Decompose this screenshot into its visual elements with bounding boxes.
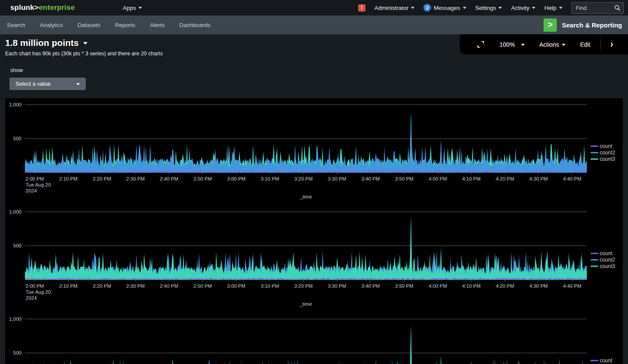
toolbar-divider <box>600 39 601 51</box>
svg-text:4:10 PM: 4:10 PM <box>462 283 480 289</box>
messages-menu[interactable]: 2 Messages <box>423 4 466 12</box>
user-menu[interactable]: Administrator <box>374 5 415 11</box>
settings-menu[interactable]: Settings <box>475 5 502 11</box>
svg-text:2:50 PM: 2:50 PM <box>193 176 212 181</box>
apps-label: Apps <box>123 5 136 11</box>
svg-text:4:30 PM: 4:30 PM <box>529 176 548 181</box>
svg-text:count2: count2 <box>600 257 615 263</box>
tab-reports[interactable]: Reports <box>115 22 135 28</box>
svg-text:4:00 PM: 4:00 PM <box>429 283 447 289</box>
brand-gt: > <box>34 3 39 12</box>
dashboard-title-menu[interactable]: 1.8 million points <box>5 38 163 48</box>
dashboard-header: 1.8 million points Each chart has 90k pt… <box>5 38 163 57</box>
page-subtitle: Each chart has 90k pts (30k pts * 3 seri… <box>5 51 163 57</box>
svg-text:3:40 PM: 3:40 PM <box>362 283 380 289</box>
collapse-panel-button[interactable]: › <box>603 39 620 51</box>
activity-label: Activity <box>511 5 529 11</box>
show-select-dropdown[interactable]: Select a value <box>9 78 86 90</box>
svg-text:3:10 PM: 3:10 PM <box>261 283 279 289</box>
svg-text:Tue Aug 20: Tue Aug 20 <box>26 289 51 295</box>
svg-text:2:10 PM: 2:10 PM <box>59 176 78 181</box>
svg-text:count3: count3 <box>600 156 615 162</box>
zoom-level-value: 100% <box>499 41 515 48</box>
apps-menu[interactable]: Apps <box>123 5 142 11</box>
actions-dropdown[interactable]: Actions <box>532 41 573 48</box>
svg-text:3:20 PM: 3:20 PM <box>294 283 313 289</box>
svg-text:3:10 PM: 3:10 PM <box>261 176 279 181</box>
title-caret-icon[interactable] <box>83 42 88 45</box>
messages-count-badge: 2 <box>423 4 431 12</box>
svg-text:3:30 PM: 3:30 PM <box>328 283 346 289</box>
dashboard-toolbar: 100% Actions Edit › <box>460 34 628 54</box>
app-name: Search & Reporting <box>562 21 622 29</box>
svg-text:2:40 PM: 2:40 PM <box>160 283 178 289</box>
dashboard-panel: 5001,0002:00 PM2:10 PM2:20 PM2:30 PM2:40… <box>5 98 623 364</box>
svg-text:2:20 PM: 2:20 PM <box>93 176 111 181</box>
chevron-down-icon <box>559 7 562 9</box>
splunk-logo[interactable]: splunk>enterprise <box>10 3 75 12</box>
tab-alerts[interactable]: Alerts <box>150 22 165 28</box>
svg-text:4:40 PM: 4:40 PM <box>563 176 581 181</box>
chevron-right-icon: › <box>610 39 613 51</box>
svg-text:Tue Aug 20: Tue Aug 20 <box>26 182 51 187</box>
svg-text:4:10 PM: 4:10 PM <box>462 176 480 181</box>
search-icon[interactable] <box>614 5 621 11</box>
timeseries-chart-1[interactable]: 5001,0002:00 PM2:10 PM2:20 PM2:30 PM2:40… <box>5 98 623 205</box>
svg-text:2:40 PM: 2:40 PM <box>160 176 178 181</box>
messages-label: Messages <box>434 5 460 11</box>
timeseries-chart-2[interactable]: 5001,0002:00 PM2:10 PM2:20 PM2:30 PM2:40… <box>5 205 623 313</box>
show-input-label: show <box>10 67 23 73</box>
svg-text:2024: 2024 <box>26 295 37 301</box>
svg-text:2:50 PM: 2:50 PM <box>193 283 212 289</box>
find-input[interactable] <box>576 5 614 11</box>
svg-text:3:20 PM: 3:20 PM <box>294 176 313 181</box>
chevron-down-icon <box>411 7 414 9</box>
timeseries-chart-3[interactable]: 5001,0002:00 PM2:10 PM2:20 PM2:30 PM2:40… <box>5 313 623 364</box>
svg-text:1,000: 1,000 <box>9 102 21 107</box>
help-menu[interactable]: Help <box>544 5 562 11</box>
svg-text:count: count <box>600 358 613 364</box>
top-navbar: splunk>enterprise Apps ! Administrator 2… <box>0 0 628 15</box>
topnav-right-group: ! Administrator 2 Messages Settings Acti… <box>358 2 624 14</box>
app-navbar: Search Analytics Datasets Reports Alerts… <box>0 15 628 34</box>
svg-text:3:30 PM: 3:30 PM <box>328 176 346 181</box>
fullscreen-button[interactable] <box>469 40 492 48</box>
find-search-box[interactable] <box>571 2 624 14</box>
svg-text:count: count <box>600 250 613 256</box>
chevron-down-icon <box>532 7 535 9</box>
svg-text:count: count <box>600 143 613 149</box>
svg-text:_time: _time <box>299 194 312 199</box>
settings-label: Settings <box>475 5 496 11</box>
svg-text:3:50 PM: 3:50 PM <box>395 283 414 289</box>
brand-product: enterprise <box>39 3 75 12</box>
user-label: Administrator <box>374 5 409 11</box>
svg-text:4:20 PM: 4:20 PM <box>496 283 514 289</box>
svg-text:500: 500 <box>13 136 21 141</box>
zoom-level-dropdown[interactable]: 100% <box>492 41 532 48</box>
tab-analytics[interactable]: Analytics <box>40 22 63 28</box>
tab-datasets[interactable]: Datasets <box>78 22 100 28</box>
actions-label: Actions <box>539 41 559 48</box>
svg-text:2:30 PM: 2:30 PM <box>126 283 145 289</box>
brand-splunk: splunk <box>10 3 34 12</box>
svg-text:2:30 PM: 2:30 PM <box>126 176 145 181</box>
tab-search[interactable]: Search <box>7 22 25 28</box>
chevron-down-icon <box>463 7 466 9</box>
splunk-app-logo-icon: > <box>543 18 557 32</box>
svg-text:500: 500 <box>13 350 21 355</box>
current-app[interactable]: > Search & Reporting <box>543 18 622 32</box>
expand-icon <box>477 40 485 48</box>
edit-button[interactable]: Edit <box>573 41 598 48</box>
edit-label: Edit <box>580 41 590 48</box>
health-warning-icon[interactable]: ! <box>358 4 365 12</box>
svg-text:2:00 PM: 2:00 PM <box>26 176 44 181</box>
svg-text:1,000: 1,000 <box>9 209 21 214</box>
activity-menu[interactable]: Activity <box>511 5 535 11</box>
chevron-down-icon <box>562 44 565 46</box>
svg-text:4:00 PM: 4:00 PM <box>429 176 447 181</box>
svg-text:3:00 PM: 3:00 PM <box>227 176 245 181</box>
chevron-down-icon <box>521 44 525 46</box>
chevron-down-icon <box>76 83 80 85</box>
svg-text:3:00 PM: 3:00 PM <box>227 283 245 289</box>
tab-dashboards[interactable]: Dashboards <box>179 22 211 28</box>
